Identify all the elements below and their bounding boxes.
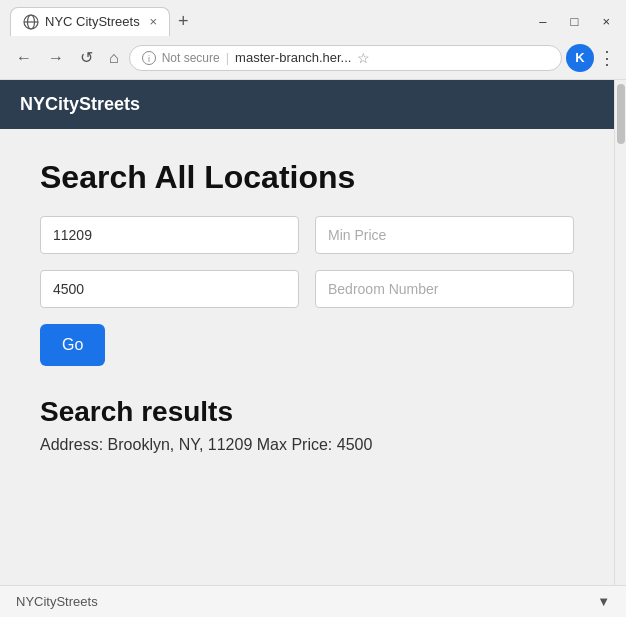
main-content: Search All Locations Go Search results A… <box>0 129 614 585</box>
max-price-input[interactable] <box>40 270 299 308</box>
globe-icon <box>23 14 39 30</box>
app-brand[interactable]: NYCityStreets <box>20 94 140 114</box>
results-text: Address: Brooklyn, NY, 11209 Max Price: … <box>40 436 574 454</box>
form-row-1 <box>40 216 574 254</box>
info-icon: i <box>142 51 156 65</box>
maximize-button[interactable]: □ <box>565 12 585 31</box>
back-button[interactable]: ← <box>10 45 38 71</box>
new-tab-button[interactable]: + <box>170 11 197 32</box>
forward-button[interactable]: → <box>42 45 70 71</box>
reload-button[interactable]: ↺ <box>74 44 99 71</box>
browser-tab[interactable]: NYC CityStreets × <box>10 7 170 36</box>
footer-label: NYCityStreets <box>16 594 98 609</box>
footer-arrow-icon: ▼ <box>597 594 610 609</box>
min-price-input[interactable] <box>315 216 574 254</box>
app-navbar: NYCityStreets <box>0 80 614 129</box>
bedroom-input[interactable] <box>315 270 574 308</box>
browser-menu-button[interactable]: ⋮ <box>598 47 616 69</box>
svg-text:i: i <box>148 54 150 64</box>
zip-input[interactable] <box>40 216 299 254</box>
security-label: Not secure <box>162 51 220 65</box>
tab-title: NYC CityStreets <box>45 14 140 29</box>
minimize-button[interactable]: – <box>533 12 552 31</box>
scrollbar[interactable] <box>614 80 626 585</box>
go-button[interactable]: Go <box>40 324 105 366</box>
tab-close-button[interactable]: × <box>149 14 157 29</box>
user-avatar[interactable]: K <box>566 44 594 72</box>
page-title: Search All Locations <box>40 159 574 196</box>
form-row-2 <box>40 270 574 308</box>
scrollbar-thumb[interactable] <box>617 84 625 144</box>
results-title: Search results <box>40 396 574 428</box>
footer-bar: NYCityStreets ▼ <box>0 585 626 617</box>
address-bar: i Not secure | master-branch.her... ☆ <box>129 45 562 71</box>
home-button[interactable]: ⌂ <box>103 45 125 71</box>
url-text: master-branch.her... <box>235 50 351 65</box>
bookmark-icon[interactable]: ☆ <box>357 50 370 66</box>
close-button[interactable]: × <box>596 12 616 31</box>
